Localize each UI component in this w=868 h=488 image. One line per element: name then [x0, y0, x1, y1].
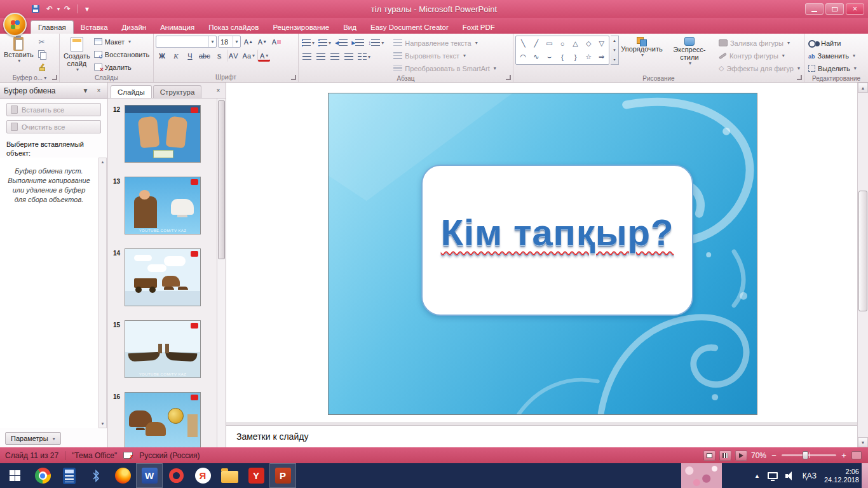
taskbar-calculator[interactable] [56, 463, 83, 488]
redo-button[interactable]: ↷ [61, 3, 74, 15]
convert-smartart-button[interactable]: Преобразовать в SmartArt [391, 62, 498, 74]
clock[interactable]: 2:06 24.12.2018 [824, 468, 859, 484]
numbering-button[interactable] [317, 37, 332, 49]
text-shadow-button[interactable]: S [213, 50, 226, 62]
columns-button[interactable] [356, 51, 372, 63]
shape-fill-button[interactable]: Заливка фигуры [717, 37, 802, 49]
tab-outline[interactable]: Структура [153, 85, 202, 98]
taskbar-firefox[interactable] [109, 463, 136, 488]
quick-styles-button[interactable]: Экспресс-стили [665, 36, 714, 68]
underline-button[interactable]: Ч [184, 50, 196, 62]
scroll-down-icon[interactable]: ▼ [99, 420, 106, 428]
shape-effects-button[interactable]: Эффекты для фигур [717, 62, 802, 74]
shape-block-arrow-icon[interactable]: ⇒ [599, 53, 604, 61]
zoom-slider-thumb[interactable] [803, 451, 808, 459]
align-text-button[interactable]: Выровнять текст [391, 50, 498, 62]
copy-button[interactable] [36, 48, 48, 60]
tab-animation[interactable]: Анимация [153, 21, 201, 34]
font-size-combo[interactable]: 18 [218, 36, 241, 48]
tab-view[interactable]: Вид [336, 21, 363, 34]
align-left-button[interactable] [301, 51, 313, 63]
shape-arrow-icon[interactable]: ╱ [534, 39, 539, 48]
taskbar-yandex[interactable] [189, 463, 216, 488]
dialog-launcher-icon[interactable] [52, 75, 57, 80]
close-button[interactable]: × [846, 3, 864, 15]
fit-to-window-button[interactable] [851, 451, 862, 459]
shape-line-icon[interactable]: ╲ [521, 39, 526, 48]
zoom-out-button[interactable]: − [770, 451, 778, 460]
thumbnails-scrollbar[interactable] [217, 98, 226, 447]
shape-triangle-icon[interactable]: △ [573, 39, 578, 48]
cut-button[interactable] [36, 36, 48, 48]
display-icon[interactable] [768, 472, 778, 479]
save-button[interactable] [29, 3, 42, 15]
minimize-button[interactable] [805, 3, 824, 15]
thumbnail-image[interactable] [125, 392, 201, 447]
bullets-button[interactable] [301, 37, 316, 49]
pane-close-icon[interactable]: × [94, 86, 104, 95]
shape-smile-icon[interactable]: ⌣ [547, 53, 552, 61]
grow-font-button[interactable]: А▲ [242, 36, 255, 48]
shape-star-icon[interactable]: ☆ [585, 53, 592, 61]
dialog-launcher-icon[interactable] [506, 75, 511, 80]
slideshow-button[interactable] [735, 451, 747, 461]
strikethrough-button[interactable]: abc [198, 50, 212, 62]
shrink-font-button[interactable]: А▼ [256, 36, 269, 48]
taskbar-yandex-browser[interactable] [243, 463, 269, 488]
slide-sorter-button[interactable] [719, 451, 731, 461]
thumbnail-image[interactable]: YOUTUBE.COM/TV KAZ [125, 320, 201, 378]
tab-insert[interactable]: Вставка [74, 21, 115, 34]
taskbar-powerpoint[interactable] [269, 463, 296, 488]
shape-rectangle-icon[interactable]: ▭ [546, 39, 552, 48]
shape-outline-button[interactable]: Контур фигуры [717, 50, 802, 62]
decrease-indent-button[interactable]: ◀ [334, 37, 349, 49]
font-name-combo[interactable] [156, 36, 217, 48]
slide-title-placeholder[interactable]: Кім тапқыр? [421, 165, 693, 316]
tab-slideshow[interactable]: Показ слайдов [201, 21, 266, 34]
shape-triangle-down-icon[interactable]: ▽ [599, 39, 604, 48]
taskbar-explorer[interactable] [216, 463, 243, 488]
font-size-dropdown-icon[interactable] [233, 36, 240, 47]
language-indicator[interactable]: Русский (Россия) [139, 451, 200, 460]
language-switcher[interactable]: ҚАЗ [803, 471, 817, 480]
options-button[interactable]: Параметры [5, 432, 61, 445]
bold-button[interactable]: Ж [156, 50, 168, 62]
normal-view-button[interactable] [703, 451, 715, 461]
spellcheck-icon[interactable] [123, 452, 133, 459]
dialog-launcher-icon[interactable] [797, 75, 802, 80]
office-button[interactable] [3, 13, 27, 36]
tab-review[interactable]: Рецензирование [266, 21, 336, 34]
tab-design[interactable]: Дизайн [115, 21, 154, 34]
clear-all-button[interactable]: Очистить все [6, 120, 101, 133]
start-button[interactable] [0, 463, 29, 488]
restore-button[interactable] [825, 3, 844, 15]
gallery-more-icon[interactable]: ▾ [611, 55, 618, 64]
character-spacing-button[interactable]: AV [227, 50, 240, 62]
shape-curve-icon[interactable]: ∿ [533, 53, 539, 61]
shapes-gallery-scroll[interactable]: ▲ ▼ ▾ [611, 36, 619, 65]
customize-qat-button[interactable]: ▾ [81, 3, 93, 15]
hidden-icons-button[interactable]: ▲ [754, 473, 760, 479]
scroll-up-icon[interactable]: ▲ [99, 158, 106, 166]
shape-ellipse-icon[interactable]: ○ [560, 40, 565, 48]
slide-thumbnail-12[interactable]: 12 [125, 105, 214, 163]
text-direction-button[interactable]: Направление текста [391, 37, 498, 49]
scroll-down-icon[interactable]: ▼ [858, 437, 868, 447]
change-case-button[interactable]: Aa [241, 50, 256, 62]
shape-brace-right-icon[interactable]: } [574, 53, 577, 61]
main-scrollbar[interactable]: ▲ ▼ [857, 83, 868, 447]
tab-home[interactable]: Главная [31, 20, 74, 34]
select-button[interactable]: Выделить [806, 62, 858, 74]
zoom-slider[interactable] [782, 454, 836, 456]
clear-formatting-button[interactable]: А [270, 36, 283, 48]
gallery-up-icon[interactable]: ▲ [611, 36, 618, 46]
layout-button[interactable]: Макет [92, 36, 151, 48]
slide-thumbnail-13[interactable]: 13 YOUTUBE.COM/TV KAZ [125, 177, 214, 234]
slide-canvas[interactable]: Кім тапқыр? [328, 93, 757, 415]
scrollbar-thumb[interactable] [218, 100, 225, 259]
thumbnail-image[interactable] [125, 105, 201, 163]
shape-diamond-icon[interactable]: ◇ [586, 39, 591, 48]
taskbar-bluetooth[interactable] [83, 463, 109, 488]
taskbar-opera[interactable] [163, 463, 189, 488]
slide-title-text[interactable]: Кім тапқыр? [441, 211, 674, 254]
